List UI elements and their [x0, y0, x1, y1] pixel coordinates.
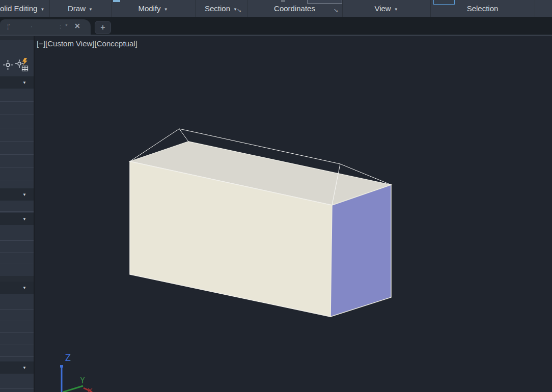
panel-modify[interactable]: Modify ▼ — [111, 0, 195, 17]
new-tab-button[interactable]: + — [95, 21, 111, 34]
plus-icon: + — [100, 23, 105, 32]
drawing-tab[interactable]: ¦' · : * ✕ — [0, 19, 91, 35]
section-gap — [0, 276, 34, 282]
row-separator — [0, 309, 34, 310]
properties-palette: ▼ ▼ ▼ ▼ ▼ — [0, 36, 34, 392]
row-separator — [0, 101, 34, 102]
row-separator — [0, 264, 34, 264]
autocad-window: olid Editing ▼ Draw ▼ Modify ▼ Section ▼… — [0, 0, 552, 392]
chevron-down-icon[interactable]: ▼ — [22, 366, 26, 370]
panel-label: View — [374, 4, 391, 13]
panel-separator — [49, 0, 50, 17]
chevron-down-icon[interactable]: ▼ — [22, 286, 26, 290]
panel-launcher-icon[interactable]: ↘ — [334, 8, 338, 13]
row-separator — [0, 321, 34, 321]
ucs-y-label: Y — [80, 376, 85, 385]
panel-separator — [247, 0, 247, 17]
row-separator — [0, 211, 34, 212]
quick-select-icon[interactable] — [15, 58, 29, 72]
row-separator — [0, 388, 34, 389]
panel-section[interactable]: Section ▼ ↘ — [195, 0, 247, 17]
row-separator — [0, 332, 34, 333]
row-separator — [0, 167, 34, 168]
pickadd-toggle-icon[interactable] — [3, 60, 13, 70]
chevron-down-icon[interactable]: ▼ — [164, 6, 168, 12]
palette-section-header[interactable]: ▼ — [0, 76, 34, 89]
row-separator — [0, 252, 34, 253]
box-right-face[interactable] — [330, 185, 391, 317]
palette-section-header[interactable]: ▼ — [0, 361, 34, 374]
panel-launcher-icon[interactable]: ↘ — [237, 8, 241, 13]
palette-section-header[interactable]: ▼ — [0, 282, 34, 294]
row-separator — [0, 154, 34, 155]
row-separator — [0, 181, 34, 181]
panel-solid-editing[interactable]: olid Editing ▼ — [0, 0, 49, 17]
model-viewport[interactable]: [−][Custom View][Conceptual] Z — [35, 36, 552, 392]
ucs-icon[interactable]: Z Y — [60, 351, 92, 392]
ucs-z-axis-cap — [60, 365, 63, 368]
ucs-y-axis — [63, 386, 83, 392]
chevron-down-icon[interactable]: ▼ — [22, 80, 26, 85]
panel-label: Draw — [68, 4, 86, 13]
row-separator — [0, 345, 34, 345]
drawing-canvas[interactable]: Z Y — [35, 36, 552, 392]
panel-label: Section — [205, 4, 230, 13]
panel-separator — [342, 0, 343, 17]
row-separator — [0, 240, 34, 241]
panel-label: Modify — [138, 4, 160, 13]
row-separator — [0, 115, 34, 115]
panel-separator — [195, 0, 196, 17]
chevron-down-icon[interactable]: ▼ — [22, 192, 26, 197]
lightning-bolt-icon — [22, 58, 27, 65]
chevron-down-icon[interactable]: ▼ — [394, 6, 398, 12]
tab-label-fragment: ¦' — [7, 23, 10, 30]
panel-separator — [111, 0, 112, 17]
palette-top-band — [0, 36, 34, 40]
palette-section-header[interactable]: ▼ — [0, 188, 34, 201]
panel-draw[interactable]: Draw ▼ — [49, 0, 111, 17]
close-tab-icon[interactable]: ✕ — [74, 22, 80, 30]
palette-section-header[interactable]: ▼ — [0, 213, 34, 225]
panel-label: olid Editing — [0, 4, 37, 13]
ucs-z-label: Z — [65, 351, 71, 363]
chevron-down-icon[interactable]: ▼ — [40, 6, 44, 12]
panel-label: Coordinates — [274, 4, 315, 13]
solid-box[interactable] — [130, 142, 391, 317]
panel-label: Selection — [467, 4, 499, 13]
panel-separator — [535, 0, 535, 17]
panel-separator — [430, 0, 431, 17]
panel-view[interactable]: View ▼ — [342, 0, 430, 17]
chevron-down-icon[interactable]: ▼ — [89, 6, 93, 12]
row-separator — [0, 356, 34, 357]
ribbon-panel-row: olid Editing ▼ Draw ▼ Modify ▼ Section ▼… — [0, 0, 552, 17]
chevron-down-icon[interactable]: ▼ — [22, 217, 26, 221]
panel-coordinates[interactable]: Coordinates ↘ — [247, 0, 342, 17]
row-separator — [0, 128, 34, 128]
table-glyph — [22, 66, 28, 71]
panel-selection[interactable]: Selection — [430, 0, 535, 17]
row-separator — [0, 141, 34, 142]
tab-label-fragment: · — [31, 23, 33, 30]
tab-label-fragment: : — [60, 23, 61, 30]
tab-modified-asterisk: * — [65, 23, 68, 30]
file-tab-bar: ¦' · : * ✕ + — [0, 17, 552, 35]
